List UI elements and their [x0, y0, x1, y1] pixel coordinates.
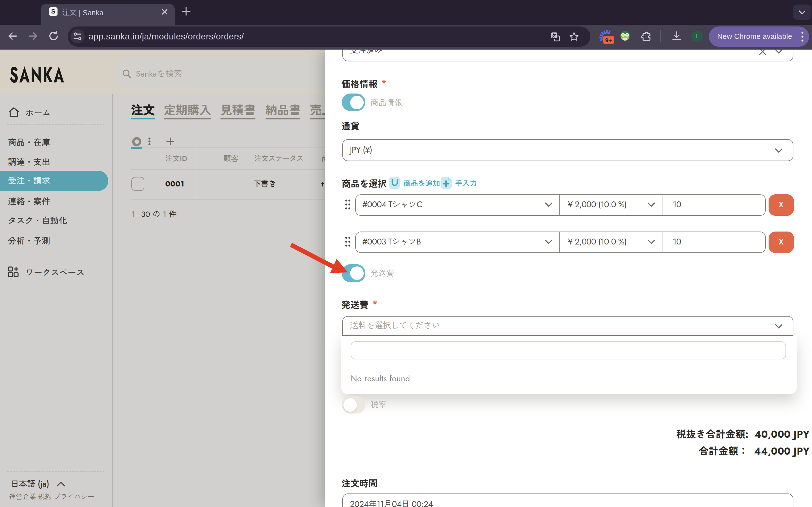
- svg-text:9+: 9+: [605, 37, 612, 43]
